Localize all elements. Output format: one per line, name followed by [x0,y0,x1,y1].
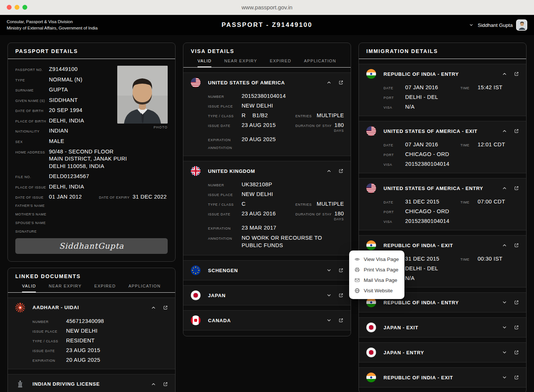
field-row: NUMBER20152380104014 [208,93,344,99]
tab-valid[interactable]: VALID [22,284,36,292]
signature-label-row: SIGNATURE [15,230,168,233]
main-content: PASSPORT DETAILS PHOTO [0,35,534,392]
tab-application[interactable]: APPLICATION [304,59,336,67]
duration-value: 180 DAYS [332,122,344,133]
field-value: DELHI, INDIA [49,183,84,191]
visa-context-menu: View Visa Page Print Visa Page Mail Visa… [349,251,404,299]
external-link-icon[interactable] [513,185,519,191]
external-link-icon[interactable] [513,374,519,380]
chevron-down-icon[interactable] [326,317,332,323]
item-actions [150,381,168,387]
immigration-item-header[interactable]: UNITED STATES OF AMERICA - ENTRY [359,178,526,198]
item-actions [326,80,344,85]
chevron-up-icon[interactable] [150,381,156,387]
org-ministry: Ministry of External Affairs, Government… [7,25,97,31]
chevron-up-icon[interactable] [502,185,507,191]
field-value: Z91449100 [49,66,78,73]
field-row: TYPE / CLASSRESIDENT [32,337,168,343]
visa-item-header[interactable]: JAPAN [183,286,351,305]
chevron-up-icon[interactable] [502,128,507,134]
immigration-card-body: REPUBLIC OF INDIA - ENTRY DATE07 JAN 201… [359,64,526,392]
field-row: PORTCHICAGO - ORD [384,151,519,157]
external-link-icon[interactable] [513,324,519,330]
chevron-up-icon[interactable] [502,242,507,248]
document-name: AADHAAR - UIDAI [32,305,79,310]
external-link-icon[interactable] [338,80,344,85]
chevron-down-icon[interactable] [502,349,507,355]
home-address-value: 90/48 - SECOND FLOOR MAIN DISTRICT, JANA… [49,148,127,170]
tab-expired[interactable]: EXPIRED [94,284,116,292]
menu-item-print-visa-page[interactable]: Print Visa Page [349,264,404,275]
address-bar[interactable]: www.passport.gov.in [242,4,292,10]
chevron-down-icon[interactable] [502,374,507,380]
field-row: FILE NO.DELD01234567 [15,173,168,180]
field-value: 31 DEC 2022 [133,193,167,201]
window-zoom-button[interactable] [22,5,27,10]
chevron-up-icon[interactable] [326,80,332,85]
tab-near-expiry[interactable]: NEAR EXPIRY [224,59,257,67]
tab-valid[interactable]: VALID [198,59,211,67]
uk-flag-icon [191,166,201,176]
immigration-item-header[interactable]: REPUBLIC OF INDIA - EXIT [359,368,526,387]
external-link-icon[interactable] [338,292,344,298]
external-link-icon[interactable] [338,317,344,323]
avatar[interactable] [516,19,527,31]
menu-item-visit-website[interactable]: Visit Website [349,285,404,296]
chevron-down-icon[interactable] [502,324,507,330]
usa-flag-icon [366,126,376,136]
menu-item-mail-visa-page[interactable]: Mail Visa Page [349,275,404,285]
immigration-item-header[interactable]: UNITED STATES OF AMERICA - EXIT [359,121,526,141]
window-minimize-button[interactable] [15,5,19,10]
document-header[interactable]: AADHAAR - UIDAI [8,298,175,317]
field-row: ANNOTATIONNO WORK OR RECOURSE TO PUBLIC … [208,234,344,249]
external-link-icon[interactable] [513,128,519,134]
external-link-icon[interactable] [162,305,168,311]
external-link-icon[interactable] [513,71,519,77]
immigration-card-header: IMMIGRATION DETAILS [359,43,526,59]
passport-card-body: PHOTO PASSPORT NO.Z91449100 TYPENORMAL (… [8,59,175,261]
external-link-icon[interactable] [513,349,519,355]
chevron-up-icon[interactable] [326,168,332,174]
visa-item-header[interactable]: UNITED STATES OF AMERICA [183,73,351,92]
japan-flag-icon [191,290,201,300]
immigration-item-header[interactable]: JAPAN - EXIT [359,318,526,337]
tab-application[interactable]: APPLICATION [128,284,161,292]
document-header[interactable]: INDIAN DRIVING LICENSE [8,374,175,392]
external-link-icon[interactable] [162,381,168,387]
field-label: DATE OF EXPIRY [99,196,133,199]
india-emblem-icon [15,379,25,389]
immigration-details-card: IMMIGRATION DETAILS REPUBLIC OF INDIA - … [358,43,527,392]
field-row: TYPE / CLASS C ENTRIES MULTIPLE [208,201,344,207]
chevron-up-icon[interactable] [150,305,156,311]
external-link-icon[interactable] [513,242,519,248]
menu-item-view-visa-page[interactable]: View Visa Page [349,254,404,264]
visa-card-title: VISA DETAILS [183,48,351,54]
chevron-down-icon[interactable] [502,299,507,305]
immigration-item-header[interactable]: JAPAN - ENTRY [359,343,526,362]
field-row: PORTCHICAGO - ORD [384,208,519,214]
linked-docs-tabs: VALID NEAR EXPIRY EXPIRED APPLICATION [8,279,175,292]
user-menu[interactable]: Siddhant Gupta [468,19,527,31]
item-actions [150,305,168,311]
field-value: GUPTA [49,86,68,94]
visa-item-header[interactable]: SCHENGEN [183,261,351,280]
external-link-icon[interactable] [513,299,519,305]
tab-near-expiry[interactable]: NEAR EXPIRY [49,284,81,292]
type-class-value: C [242,201,295,207]
immigration-item-india-exit-2: REPUBLIC OF INDIA - EXIT [359,367,526,388]
chevron-down-icon[interactable] [326,292,332,298]
chevron-up-icon[interactable] [502,71,507,77]
field-row: ISSUE DATE 23 AUG 2015 DURATION OF STAY … [208,122,344,133]
visa-item-header[interactable]: UNITED KINGDOM [183,161,351,181]
field-value: MALE [49,138,64,145]
window-close-button[interactable] [7,5,12,10]
tab-expired[interactable]: EXPIRED [270,59,291,67]
external-link-icon[interactable] [338,267,344,273]
field-row: DATE07 JAN 2016TIME15:42 IST [384,84,519,90]
signature-text: SiddhantGupta [59,242,124,251]
visa-item-header[interactable]: CANADA [183,311,351,330]
immigration-item-header[interactable]: REPUBLIC OF INDIA - ENTRY [359,64,526,84]
external-link-icon[interactable] [338,168,344,174]
field-row: EXPIRATION20 AUG 2025 [32,357,168,363]
chevron-down-icon[interactable] [326,267,332,273]
